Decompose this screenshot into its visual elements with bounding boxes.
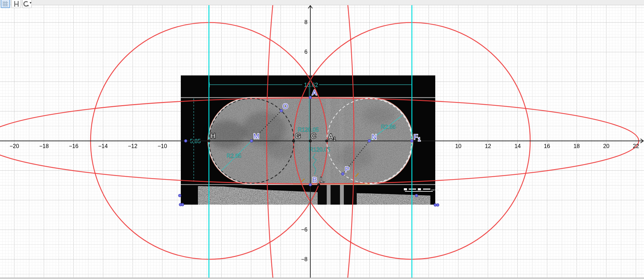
point-capture-button[interactable]: ▾ [22, 0, 32, 8]
bottom-scroll-strip[interactable] [0, 278, 644, 279]
geogebra-graphics-view[interactable]: METRE 13.62R120.05R120.05R2.85R2.865.85 … [0, 0, 644, 279]
x-axis-label: −18 [39, 143, 49, 149]
point-A[interactable] [309, 96, 312, 99]
x-axis-label: −10 [157, 143, 167, 149]
x-axis-label: −12 [128, 143, 137, 149]
point-B[interactable] [309, 183, 312, 186]
point-M[interactable] [250, 140, 253, 142]
point-C[interactable] [309, 140, 311, 142]
grid-icon [3, 1, 8, 6]
x-axis-label: 16 [544, 143, 550, 149]
x-axis-label: 22 [633, 143, 639, 149]
grid-toggle-button[interactable] [1, 0, 10, 8]
point-label-H: H [210, 132, 215, 140]
photo-annotation-text: R2.86 [381, 124, 396, 130]
point-aux[interactable] [436, 204, 439, 206]
toolbar-strip [0, 0, 644, 5]
point-label-L: L [320, 176, 324, 184]
point-label-A: A [312, 89, 317, 96]
point-N[interactable] [368, 140, 371, 142]
photo-pillar-right [340, 185, 344, 205]
x-axis-label: −20 [9, 143, 19, 149]
x-axis-label: 10 [455, 143, 461, 149]
y-axis-label: −6 [301, 227, 308, 233]
magnet-icon [23, 1, 29, 7]
x-axis-label: 20 [603, 143, 609, 149]
axes-icon [14, 1, 19, 7]
axes-toggle-button[interactable] [12, 0, 21, 8]
point-O[interactable] [280, 109, 283, 112]
scale-bar-label: METRE [431, 189, 439, 191]
point-P[interactable] [341, 172, 344, 175]
photo-pillar-left [327, 185, 331, 205]
x-axis-label: −16 [69, 143, 78, 149]
point-aux[interactable] [184, 140, 187, 142]
dropdown-caret-icon: ▾ [30, 1, 31, 7]
photo-pillar-shadow [318, 185, 357, 205]
point-F1[interactable] [410, 140, 413, 142]
point-L[interactable] [318, 184, 320, 186]
x-axis-label: 14 [515, 143, 521, 149]
y-axis-label: −8 [301, 256, 308, 262]
point-G[interactable] [293, 140, 295, 142]
point-aux[interactable] [181, 203, 184, 206]
point-aux[interactable] [415, 194, 418, 197]
point-label-C: C [311, 132, 316, 140]
point-label-M: M [253, 132, 259, 140]
x-axis-label: −14 [98, 143, 108, 149]
point-A1[interactable] [326, 140, 328, 142]
graphics-style-bar: ▾ [1, 0, 32, 8]
graphics-canvas[interactable]: METRE 13.62R120.05R120.05R2.85R2.865.85 … [0, 0, 644, 279]
point-H[interactable] [208, 140, 210, 142]
point-label-P: P [345, 166, 349, 173]
y-axis-label: 6 [304, 49, 308, 55]
point-aux[interactable] [178, 194, 181, 197]
point-label-N: N [372, 133, 377, 141]
x-axis-label: 12 [485, 143, 491, 149]
x-axis-label: 18 [573, 143, 580, 149]
point-label-G: G [295, 132, 301, 140]
y-axis-label: 8 [304, 19, 308, 25]
point-label-O: O [283, 102, 288, 110]
point-label-B: B [312, 176, 317, 184]
